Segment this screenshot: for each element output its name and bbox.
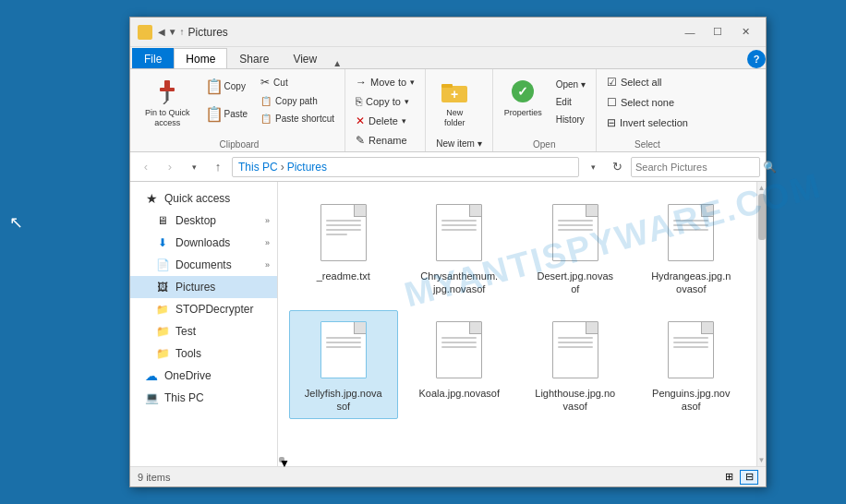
file-scroll-down-btn[interactable]: ▼: [757, 454, 766, 466]
pin-quick-access-label: Pin to Quick access: [145, 108, 190, 128]
new-folder-button[interactable]: + New folder: [431, 73, 477, 132]
address-path[interactable]: This PC › Pictures: [232, 157, 579, 177]
sidebar-item-onedrive-label: OneDrive: [164, 369, 212, 382]
sidebar-item-desktop-label: Desktop: [175, 214, 216, 227]
delete-button[interactable]: ✕ Delete ▾: [351, 112, 419, 130]
tab-share[interactable]: Share: [227, 48, 281, 68]
select-content: ☑ Select all ☐ Select none ⊟ Invert sele…: [602, 73, 693, 138]
large-icons-view-button[interactable]: ⊟: [740, 470, 758, 485]
ribbon-collapse-button[interactable]: ▲: [329, 58, 345, 68]
invert-selection-button[interactable]: ⊟ Invert selection: [602, 114, 693, 132]
history-button[interactable]: History: [551, 112, 590, 127]
downloads-icon: ⬇: [154, 234, 171, 251]
tab-file[interactable]: File: [132, 48, 174, 68]
window-icon: [138, 25, 152, 40]
ribbon-tab-bar: File Home Share View ▲ ?: [130, 47, 766, 69]
clipboard-extras: ✂ Cut 📋 Copy path 📋 Paste shortcut: [256, 73, 339, 126]
cut-button[interactable]: ✂ Cut: [256, 73, 339, 91]
select-all-button[interactable]: ☑ Select all: [602, 73, 693, 91]
svg-text:+: +: [451, 87, 458, 102]
file-item-jellyfish[interactable]: Jellyfish.jpg.nova sof: [289, 310, 398, 420]
address-dropdown-button[interactable]: ▾: [583, 157, 603, 177]
open-button[interactable]: Open ▾: [551, 77, 590, 92]
file-scroll-thumb[interactable]: [758, 194, 766, 240]
clipboard-actions: 📋 Copy 📋 Paste: [199, 73, 253, 126]
pin-quick-access-button[interactable]: Pin to Quick access: [139, 73, 196, 132]
sidebar-item-this-pc[interactable]: 💻 This PC: [130, 387, 277, 409]
file-item-koala[interactable]: Koala.jpg.novasof: [405, 310, 514, 420]
ribbon-content: Pin to Quick access 📋 Copy 📋 Paste: [130, 69, 766, 152]
sidebar-item-quick-access[interactable]: ★ Quick access: [130, 187, 277, 210]
file-item-desert[interactable]: Desert.jpg.novas of: [521, 193, 630, 303]
clipboard-group-content: Pin to Quick access 📋 Copy 📋 Paste: [139, 73, 339, 138]
move-to-button[interactable]: → Move to ▾: [351, 73, 419, 91]
minimize-button[interactable]: —: [677, 23, 703, 42]
paste-shortcut-button[interactable]: 📋 Paste shortcut: [256, 111, 339, 126]
back-button[interactable]: ‹: [136, 157, 156, 177]
clipboard-label: Clipboard: [139, 139, 339, 150]
sidebar-item-documents[interactable]: 📄 Documents »: [130, 254, 277, 276]
copy-path-button[interactable]: 📋 Copy path: [256, 93, 339, 109]
sidebar-item-desktop[interactable]: 🖥 Desktop »: [130, 210, 277, 232]
paste-icon: 📋: [204, 103, 224, 124]
rename-button[interactable]: ✎ Rename: [351, 131, 419, 150]
new-folder-icon: +: [440, 77, 469, 106]
file-scroll-up-btn[interactable]: ▲: [757, 182, 766, 194]
address-this-pc[interactable]: This PC: [238, 161, 278, 174]
forward-button[interactable]: ›: [160, 157, 180, 177]
open-label: Open: [499, 139, 590, 150]
sidebar-item-downloads-label: Downloads: [175, 236, 230, 249]
copy-to-button[interactable]: ⎘ Copy to ▾: [351, 92, 419, 111]
copy-icon: 📋: [204, 76, 224, 96]
address-pictures[interactable]: Pictures: [287, 161, 327, 174]
sidebar-item-onedrive[interactable]: ☁ OneDrive: [130, 365, 277, 387]
window-title: Pictures: [187, 26, 677, 39]
file-item-lighthouse[interactable]: Lighthouse.jpg.no vasof: [521, 310, 630, 420]
refresh-button[interactable]: ↻: [607, 157, 627, 177]
search-icon[interactable]: 🔍: [763, 161, 777, 174]
file-area-wrapper: _readme.txt: [278, 182, 766, 466]
invert-selection-icon: ⊟: [607, 116, 616, 129]
select-label: Select: [602, 139, 693, 150]
new-item-button[interactable]: New item ▾: [431, 136, 486, 151]
new-group: + New folder New item ▾ New: [426, 69, 492, 151]
recent-locations-button[interactable]: ▾: [184, 157, 204, 177]
file-scrollbar: ▲ ▼: [756, 182, 766, 466]
select-none-button[interactable]: ☐ Select none: [602, 93, 693, 112]
file-item-hydrangeas[interactable]: Hydrangeas.jpg.n ovasof: [637, 193, 746, 303]
edit-button[interactable]: Edit: [551, 94, 590, 110]
copy-button[interactable]: 📋 Copy: [199, 73, 253, 99]
sidebar-item-pictures[interactable]: 🖼 Pictures: [130, 276, 277, 298]
file-icon-lighthouse: [548, 317, 603, 383]
view-controls: ⊞ ⊟: [719, 470, 758, 485]
paste-button[interactable]: 📋 Paste: [199, 101, 253, 126]
search-box: 🔍: [631, 157, 760, 177]
properties-icon: ✓: [508, 77, 538, 106]
file-name-lighthouse: Lighthouse.jpg.no vasof: [534, 387, 617, 414]
sidebar-item-test-label: Test: [175, 325, 196, 338]
tab-home[interactable]: Home: [174, 48, 227, 68]
item-count: 9 items: [138, 472, 170, 483]
sidebar-item-test[interactable]: 📁 Test: [130, 320, 277, 342]
sidebar-item-stopdecrypter[interactable]: 📁 STOPDecrypter: [130, 298, 277, 320]
sidebar-item-tools[interactable]: 📁 Tools: [130, 342, 277, 365]
test-icon: 📁: [154, 323, 171, 340]
select-none-label: Select none: [621, 97, 674, 108]
desktop-chevron: »: [265, 216, 270, 225]
sidebar-wrapper: ★ Quick access 🖥 Desktop » ⬇ Downloads »…: [130, 182, 278, 466]
up-button[interactable]: ↑: [208, 157, 228, 177]
copy-to-label: Copy to: [366, 96, 401, 107]
close-button[interactable]: ✕: [732, 23, 758, 42]
clipboard-group: Pin to Quick access 📋 Copy 📋 Paste: [134, 69, 345, 151]
sidebar-item-downloads[interactable]: ⬇ Downloads »: [130, 232, 277, 254]
maximize-button[interactable]: ☐: [705, 23, 731, 42]
file-item-penguins[interactable]: Penguins.jpg.nov asof: [637, 310, 746, 420]
title-nav-icons: ◀ ▼ ↑: [158, 27, 184, 37]
tab-view[interactable]: View: [281, 48, 329, 68]
details-view-button[interactable]: ⊞: [719, 470, 738, 485]
properties-button[interactable]: ✓ Properties: [499, 73, 548, 127]
file-item-chrysanthemum[interactable]: Chrysanthemum. jpg.novasof: [405, 193, 514, 303]
file-item-readme[interactable]: _readme.txt: [289, 193, 398, 303]
help-button[interactable]: ?: [747, 50, 766, 68]
search-input[interactable]: [635, 162, 763, 173]
